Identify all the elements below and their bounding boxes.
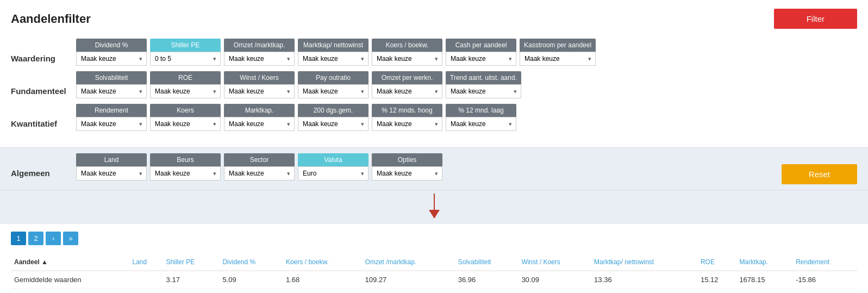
bottom-section: 1 2 › » Aandeel ▲ Land Shiller PE Divide… (0, 224, 868, 293)
filter-header-land[interactable]: Land (76, 153, 147, 166)
filter-select-cash-aandeel[interactable]: Maak keuze (446, 52, 516, 66)
filter-select-trend-aant[interactable]: Maak keuze (446, 84, 521, 98)
filter-select-winst-koers[interactable]: Maak keuze (224, 84, 295, 98)
filter-trend-aant: Trend aant. uitst. aand. Maak keuze (446, 71, 521, 98)
filter-select-kasstroom-aandeel[interactable]: Maak keuze (520, 52, 596, 66)
filter-select-rendement[interactable]: Maak keuze (76, 117, 147, 131)
avg-solvabiliteit: 36.96 (455, 271, 519, 289)
filter-header-roe[interactable]: ROE (150, 71, 221, 84)
filter-header-solvabiliteit[interactable]: Solvabiliteit (76, 71, 147, 84)
filter-header-pay-outratio[interactable]: Pay outratio (298, 71, 369, 84)
filter-header-12mnd-laag[interactable]: % 12 mnd. laag (446, 104, 516, 117)
filter-header-marktkap[interactable]: Marktkap. (224, 104, 295, 117)
col-marktkap[interactable]: Marktkap. (736, 254, 792, 271)
filter-header-200dgs[interactable]: 200 dgs.gem. (298, 104, 369, 117)
app-title: Aandelenfilter (11, 12, 91, 26)
algemeen-label: Algemeen (11, 153, 76, 178)
page-2-button[interactable]: 2 (28, 232, 43, 245)
filter-header-winst-koers[interactable]: Winst / Koers (224, 71, 295, 84)
waardering-section: Waardering Dividend % Maak keuze Shiller… (11, 39, 857, 69)
arrow-indicator-row (0, 190, 868, 224)
fundamenteel-label: Fundamenteel (11, 71, 76, 96)
col-koers-boekw[interactable]: Koers / boekw. (283, 254, 362, 271)
filter-omzet-werkn: Omzet per werkn. Maak keuze (372, 71, 442, 98)
page-last-button[interactable]: » (63, 232, 78, 245)
filter-cash-aandeel: Cash per aandeel Maak keuze (446, 39, 516, 66)
filter-select-dividend[interactable]: Maak keuze (76, 52, 147, 66)
average-row: Gemiddelde waarden 3.17 5.09 1.68 109.27… (11, 271, 857, 289)
filter-header-shiller-pe[interactable]: Shiller PE (150, 39, 221, 52)
col-dividend[interactable]: Dividend % (219, 254, 283, 271)
filter-header-sector[interactable]: Sector (224, 153, 295, 166)
filter-select-marktkap-nettowinst[interactable]: Maak keuze (298, 52, 369, 66)
arrow-stem (434, 194, 435, 210)
filter-header-trend-aant[interactable]: Trend aant. uitst. aand. (446, 71, 521, 84)
filter-header-koers-boekw[interactable]: Koers / boekw. (372, 39, 442, 52)
table-header-row: Aandeel ▲ Land Shiller PE Dividend % Koe… (11, 254, 857, 271)
avg-dividend: 5.09 (219, 271, 283, 289)
filter-select-12mnd-laag[interactable]: Maak keuze (446, 117, 516, 131)
filter-select-valuta[interactable]: Euro (298, 166, 369, 180)
filter-header-kasstroom-aandeel[interactable]: Kasstroom per aandeel (520, 39, 596, 52)
filter-select-roe[interactable]: Maak keuze (150, 84, 221, 98)
filter-select-solvabiliteit[interactable]: Maak keuze (76, 84, 147, 98)
filter-header-12mnds-hoog[interactable]: % 12 mnds. hoog (372, 104, 442, 117)
col-solvabiliteit[interactable]: Solvabiliteit (455, 254, 519, 271)
filter-marktkap-nettowinst: Marktkap/ nettowinst Maak keuze (298, 39, 369, 66)
filter-header-marktkap-nettowinst[interactable]: Marktkap/ nettowinst (298, 39, 369, 52)
filter-rendement: Rendement Maak keuze (76, 104, 147, 131)
filter-select-koers-boekw[interactable]: Maak keuze (372, 52, 442, 66)
filter-select-omzet-werkn[interactable]: Maak keuze (372, 84, 442, 98)
filter-select-land[interactable]: Maak keuze (76, 166, 147, 180)
col-winst-koers[interactable]: Winst / Koers (518, 254, 591, 271)
avg-rendement: -15.86 (792, 271, 857, 289)
filter-header-valuta[interactable]: Valuta (298, 153, 369, 166)
filter-opties: Opties Maak keuze (372, 153, 442, 180)
filter-header-rendement[interactable]: Rendement (76, 104, 147, 117)
col-shiller-pe[interactable]: Shiller PE (163, 254, 220, 271)
fundamenteel-section: Fundamenteel Solvabiliteit Maak keuze RO… (11, 71, 857, 102)
algemeen-section: Algemeen Land Maak keuze Beurs Maak keuz… (0, 148, 868, 190)
filter-select-shiller-pe[interactable]: 0 to 5 (150, 52, 221, 66)
filter-header-opties[interactable]: Opties (372, 153, 442, 166)
filter-select-sector[interactable]: Maak keuze (224, 166, 295, 180)
filter-solvabiliteit: Solvabiliteit Maak keuze (76, 71, 147, 98)
avg-shiller-pe: 3.17 (163, 271, 220, 289)
col-roe[interactable]: ROE (697, 254, 736, 271)
waardering-filters: Dividend % Maak keuze Shiller PE 0 to 5 … (76, 39, 857, 69)
page-next-button[interactable]: › (46, 232, 61, 245)
filter-200dgs: 200 dgs.gem. Maak keuze (298, 104, 369, 131)
sort-arrow-aandeel: ▲ (41, 258, 48, 266)
filter-beurs: Beurs Maak keuze (150, 153, 221, 180)
filter-select-beurs[interactable]: Maak keuze (150, 166, 221, 180)
filter-select-opties[interactable]: Maak keuze (372, 166, 442, 180)
filter-header-omzet-marktkap[interactable]: Omzet /marktkap. (224, 39, 295, 52)
filter-select-200dgs[interactable]: Maak keuze (298, 117, 369, 131)
filter-header-beurs[interactable]: Beurs (150, 153, 221, 166)
reset-button[interactable]: Reset (782, 164, 857, 184)
filter-header-dividend[interactable]: Dividend % (76, 39, 147, 52)
col-aandeel[interactable]: Aandeel ▲ (11, 254, 129, 271)
filter-land: Land Maak keuze (76, 153, 147, 180)
filter-select-marktkap[interactable]: Maak keuze (224, 117, 295, 131)
filter-header-koers[interactable]: Koers (150, 104, 221, 117)
page-1-button[interactable]: 1 (11, 232, 26, 245)
col-marktkap-nettowinst[interactable]: Marktkap/ nettowinst (591, 254, 697, 271)
filter-header-cash-aandeel[interactable]: Cash per aandeel (446, 39, 516, 52)
filter-button[interactable]: Filter (774, 9, 857, 29)
filter-valuta: Valuta Euro (298, 153, 369, 180)
filter-select-omzet-marktkap[interactable]: Maak keuze (224, 52, 295, 66)
avg-winst-koers: 30.09 (518, 271, 591, 289)
pagination: 1 2 › » (11, 232, 857, 245)
filter-koers-boekw: Koers / boekw. Maak keuze (372, 39, 442, 66)
filter-12mnd-laag: % 12 mnd. laag Maak keuze (446, 104, 516, 131)
filter-select-koers[interactable]: Maak keuze (150, 117, 221, 131)
col-omzet-marktkap[interactable]: Omzet /marktkap. (362, 254, 455, 271)
filter-pay-outratio: Pay outratio Maak keuze (298, 71, 369, 98)
filter-select-pay-outratio[interactable]: Maak keuze (298, 84, 369, 98)
filter-header-omzet-werkn[interactable]: Omzet per werkn. (372, 71, 442, 84)
avg-label: Gemiddelde waarden (11, 271, 129, 289)
filter-select-12mnds-hoog[interactable]: Maak keuze (372, 117, 442, 131)
col-land[interactable]: Land (129, 254, 163, 271)
col-rendement[interactable]: Rendement (792, 254, 857, 271)
